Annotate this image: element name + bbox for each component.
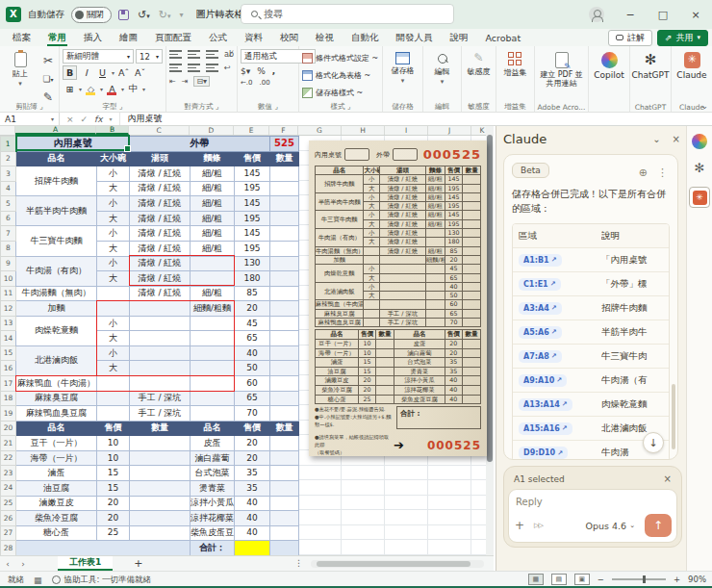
ribbon-tab-說明[interactable]: 說明 <box>442 29 477 46</box>
sheet-cell[interactable] <box>191 256 235 271</box>
sheet-cell[interactable]: 15 <box>97 480 130 496</box>
sheet-cell[interactable]: 滷白蘿蔔 <box>191 450 235 466</box>
minimize-button[interactable]: − <box>614 0 647 29</box>
sheet-cell[interactable] <box>97 376 130 392</box>
range-chip[interactable]: A7:A8↗ <box>519 350 562 363</box>
row-header-8[interactable]: 8 <box>1 241 16 256</box>
reply-input[interactable]: Reply + ▷▷ Opus 4.6⌄ ↑ <box>508 489 677 543</box>
sheet-cell[interactable]: 內用桌號 <box>16 137 130 152</box>
row-header-13[interactable]: 13 <box>1 316 16 331</box>
sheet-cell[interactable] <box>130 525 191 541</box>
align-left-button[interactable] <box>169 63 182 73</box>
increase-indent-button[interactable]: ⇥ <box>182 77 189 86</box>
horizontal-scrollbar[interactable] <box>311 560 484 568</box>
range-chip[interactable]: A9:A10↗ <box>519 374 567 387</box>
sheet-cell[interactable]: 數量 <box>270 151 299 166</box>
merge-center-button[interactable]: ⊟▾ <box>193 76 210 87</box>
sheet-cell[interactable]: 大 <box>97 361 130 376</box>
sheet-cell[interactable]: 清燉 / 紅燒 <box>130 256 191 271</box>
sheet-cell[interactable]: 北港滷肉飯 <box>16 345 97 375</box>
sheet-cell[interactable] <box>130 436 191 451</box>
conditional-formatting-button[interactable]: 條件式格式設定 ~ <box>302 51 378 64</box>
sheet-cell[interactable] <box>130 316 191 331</box>
sheet-cell[interactable]: 售價 <box>97 421 130 436</box>
row-header-19[interactable]: 19 <box>1 406 16 422</box>
sheet-cell[interactable]: 清燉 / 紅燒 <box>130 196 191 212</box>
page-layout-view-button[interactable]: ▤ <box>551 574 567 585</box>
format-as-table-button[interactable]: 格式化為表格 ~ <box>302 68 370 82</box>
sheet-cell[interactable]: 細/粗 <box>191 241 235 256</box>
font-color-button[interactable]: A <box>105 82 119 96</box>
sheet-cell[interactable] <box>191 316 235 331</box>
sheet-cell[interactable]: 細/粗 <box>191 211 235 226</box>
column-header-I[interactable]: I <box>385 126 428 135</box>
sheet-cell[interactable] <box>270 166 299 182</box>
send-button[interactable]: ↑ <box>645 514 672 537</box>
align-center-button[interactable] <box>188 63 200 73</box>
decrease-font-button[interactable]: Aˇ <box>133 65 147 80</box>
sheet-cell[interactable] <box>270 211 299 226</box>
sheet-cell[interactable] <box>130 345 191 361</box>
horizontal-scrollbar-thumb[interactable] <box>317 561 470 567</box>
close-button[interactable]: × <box>679 0 712 29</box>
sheet-cell[interactable]: 牛三寶牛肉麵 <box>16 226 97 256</box>
sheet-cell[interactable]: 細麵/粗麵 <box>191 301 235 317</box>
zoom-out-button[interactable]: − <box>598 575 604 584</box>
sheet-cell[interactable]: 細/粗 <box>191 226 235 242</box>
sheet-cell[interactable]: 數量 <box>270 421 299 436</box>
cells-button[interactable]: 儲存格▾ <box>386 49 420 85</box>
sheet-cell[interactable]: 清燉 / 紅燒 <box>130 241 191 256</box>
fill-color-button[interactable]: ◇ <box>84 82 98 96</box>
sheet-cell[interactable]: 20 <box>235 436 270 451</box>
sheet-cell[interactable]: 130 <box>235 256 270 271</box>
accessibility-status[interactable]: 協助工具: 一切準備就緒 <box>52 575 152 586</box>
addins-button[interactable]: 增益集 <box>499 49 531 77</box>
sheet-cell[interactable]: 麵條 <box>191 151 235 166</box>
sheet-cell[interactable] <box>270 361 299 376</box>
row-header-20[interactable]: 20 <box>1 421 16 436</box>
borders-button[interactable]: ⊞ <box>63 82 77 96</box>
bold-button[interactable]: B <box>63 65 77 80</box>
sheet-cell[interactable] <box>270 466 299 481</box>
accounting-format-button[interactable]: $▾ <box>241 66 250 76</box>
row-header-14[interactable]: 14 <box>1 331 16 346</box>
sheet-cell[interactable]: 70 <box>235 406 270 422</box>
sheet-cell[interactable]: 清燉 / 紅燒 <box>130 211 191 226</box>
sheet-cell[interactable]: 外帶 <box>130 137 270 152</box>
font-name-select[interactable]: 新細明體▾ <box>63 49 134 64</box>
sheet-cell[interactable]: 麻辣鴨血（牛肉湯） <box>16 376 97 392</box>
sheet-cell[interactable]: 145 <box>235 226 270 242</box>
align-bottom-button[interactable] <box>206 49 218 60</box>
sheet-cell[interactable] <box>270 316 299 331</box>
sheet-cell[interactable] <box>270 376 299 392</box>
row-header-27[interactable]: 27 <box>1 525 16 541</box>
sheet-cell[interactable]: 品名 <box>191 421 235 436</box>
sheet-cell[interactable] <box>97 406 130 422</box>
sheet-cell[interactable]: 15 <box>97 466 130 481</box>
sheet-cell[interactable]: 涼拌花椰菜 <box>191 511 235 526</box>
sheet-cell[interactable]: 清燉 / 紅燒 <box>130 166 191 182</box>
macro-record-icon[interactable]: ▦ <box>34 575 42 585</box>
align-middle-button[interactable] <box>188 49 200 60</box>
sheet-cell[interactable]: 台式泡菜 <box>191 466 235 481</box>
sheet-cell[interactable]: 65 <box>235 391 270 406</box>
ribbon-tab-公式[interactable]: 公式 <box>200 29 236 46</box>
italic-button[interactable]: I <box>79 65 93 80</box>
range-chip[interactable]: A3:A4↗ <box>519 302 562 315</box>
sheet-cell[interactable] <box>191 345 235 361</box>
insert-function-icon[interactable]: fx <box>94 115 103 124</box>
sheet-cell[interactable]: 大 <box>97 241 130 256</box>
sheet-cell[interactable]: 數量 <box>130 421 191 436</box>
sensitivity-button[interactable]: ✎ 敏感度 <box>465 49 493 76</box>
sheet-cell[interactable]: 涼拌小黃瓜 <box>191 496 235 511</box>
sheet-cell[interactable]: 小 <box>97 166 130 182</box>
sheet-cell[interactable]: 清燉 / 紅燒 <box>130 226 191 242</box>
sheet-cell[interactable] <box>270 511 299 526</box>
ribbon-tab-繪圖[interactable]: 繪圖 <box>111 29 146 46</box>
sheet-cell[interactable]: 海帶（一片） <box>16 450 97 466</box>
sheet-cell[interactable]: 145 <box>235 166 270 182</box>
range-chip[interactable]: C1:E1↗ <box>519 278 561 291</box>
new-chat-icon[interactable]: ⊕ <box>639 166 648 179</box>
sheet-cell[interactable]: 20 <box>235 450 270 466</box>
excel-logo-icon[interactable] <box>6 7 21 22</box>
